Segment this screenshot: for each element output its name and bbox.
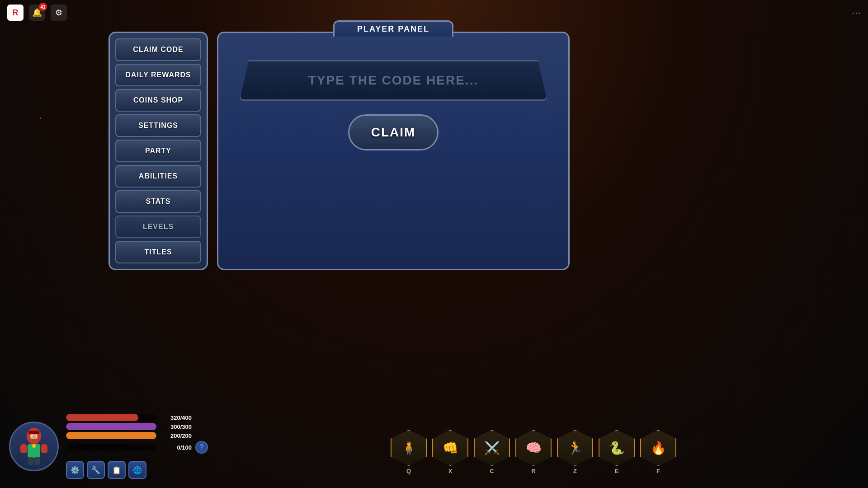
hp-bar-background — [66, 414, 156, 421]
svg-rect-10 — [41, 444, 47, 453]
hp-bar-fill — [66, 414, 138, 421]
notification-button[interactable]: 🔔 41 — [29, 5, 45, 21]
hotbar-hex-z[interactable]: 🏃 — [557, 430, 593, 466]
stamina-bar-fill — [66, 432, 156, 439]
tools-action-button[interactable]: 🔧 — [87, 461, 105, 479]
character-svg — [16, 426, 52, 467]
mp-text: 300/300 — [160, 423, 192, 430]
particle — [40, 117, 41, 119]
topbar-settings-button[interactable]: ⚙ — [51, 5, 67, 21]
mp-bar-background — [66, 423, 156, 430]
hotbar-slot-e: 🐍 E — [599, 430, 635, 474]
hotbar-slot-c: ⚔️ C — [474, 430, 510, 474]
mp-bar-row: 300/300 — [66, 423, 208, 430]
nav-btn-titles[interactable]: TITLES — [115, 241, 201, 263]
svg-rect-11 — [28, 457, 33, 465]
stamina-text: 200/200 — [160, 432, 192, 439]
top-bar-left: R 🔔 41 ⚙ — [7, 5, 67, 21]
stamina-bar-background — [66, 432, 156, 439]
list-action-button[interactable]: 📋 — [108, 461, 126, 479]
code-input-background — [240, 60, 547, 101]
nav-btn-party[interactable]: PARTY — [115, 140, 201, 162]
svg-rect-9 — [20, 444, 27, 453]
avatar-inner — [16, 426, 52, 467]
xp-bar-row: 0/100 ? — [66, 441, 208, 454]
bottom-action-icons: ⚙️ 🔧 📋 🌐 — [66, 461, 208, 479]
stamina-bar-row: 200/200 — [66, 432, 208, 439]
hotbar-icon-e: 🐍 — [609, 441, 625, 455]
hotbar-key-f: F — [656, 468, 660, 474]
hotbar-slot-f: 🔥 F — [640, 430, 676, 474]
hotbar-hex-x[interactable]: 👊 — [432, 430, 468, 466]
hotbar: 🧍 Q 👊 X ⚔️ C 🧠 R — [391, 430, 676, 479]
player-stats: 320/400 300/300 200/200 — [9, 414, 208, 479]
main-ui: CLAIM CODE DAILY REWARDS COINS SHOP SETT… — [108, 32, 570, 270]
nav-btn-settings[interactable]: SETTINGS — [115, 114, 201, 137]
svg-rect-12 — [34, 457, 40, 465]
hotbar-key-c: C — [490, 468, 494, 474]
hotbar-key-r: R — [531, 468, 535, 474]
nav-panel: CLAIM CODE DAILY REWARDS COINS SHOP SETT… — [108, 32, 208, 270]
hotbar-key-x: X — [448, 468, 453, 474]
roblox-logo: R — [7, 5, 24, 21]
hotbar-key-e: E — [615, 468, 619, 474]
player-bottom-section: 320/400 300/300 200/200 — [66, 414, 208, 479]
xp-text: 0/100 — [160, 444, 192, 451]
hotbar-hex-f[interactable]: 🔥 — [640, 430, 676, 466]
hotbar-icon-f: 🔥 — [651, 441, 666, 455]
mp-bar-fill — [66, 423, 156, 430]
top-bar: R 🔔 41 ⚙ ⋯ — [0, 0, 868, 25]
bottom-hud: 320/400 300/300 200/200 — [0, 414, 868, 479]
settings-action-button[interactable]: ⚙️ — [66, 461, 84, 479]
nav-btn-coins-shop[interactable]: COINS SHOP — [115, 89, 201, 112]
hotbar-key-z: Z — [573, 468, 577, 474]
hotbar-icon-z: 🏃 — [567, 441, 583, 455]
hotbar-icon-x: 👊 — [443, 441, 458, 455]
hotbar-hex-q[interactable]: 🧍 — [391, 430, 427, 466]
hotbar-slot-x: 👊 X — [432, 430, 468, 474]
svg-rect-6 — [35, 436, 36, 436]
content-panel: PLAYER PANEL CLAIM — [217, 32, 570, 270]
hotbar-hex-c[interactable]: ⚔️ — [474, 430, 510, 466]
hp-bar-row: 320/400 — [66, 414, 208, 421]
hotbar-slot-z: 🏃 Z — [557, 430, 593, 474]
svg-point-8 — [32, 444, 36, 448]
nav-btn-daily-rewards[interactable]: DAILY REWARDS — [115, 64, 201, 86]
more-options-button[interactable]: ⋯ — [852, 7, 861, 18]
hotbar-hex-e[interactable]: 🐍 — [599, 430, 635, 466]
hotbar-slot-r: 🧠 R — [515, 430, 552, 474]
nav-btn-claim-code[interactable]: CLAIM CODE — [115, 38, 201, 61]
avatar — [9, 422, 59, 471]
hotbar-slot-q: 🧍 Q — [391, 430, 427, 474]
xp-bar-background — [66, 444, 156, 451]
hotbar-icon-c: ⚔️ — [484, 441, 500, 455]
notification-count: 41 — [39, 3, 47, 11]
nav-btn-stats[interactable]: STATS — [115, 190, 201, 213]
claim-button[interactable]: CLAIM — [348, 114, 439, 150]
hotbar-key-q: Q — [406, 468, 411, 474]
code-input[interactable] — [250, 73, 537, 88]
hotbar-icon-q: 🧍 — [401, 441, 417, 455]
hotbar-icon-r: 🧠 — [526, 441, 542, 455]
hotbar-hex-r[interactable]: 🧠 — [515, 430, 552, 466]
svg-rect-5 — [32, 436, 33, 436]
code-input-wrapper — [240, 60, 547, 101]
gear-icon: ⚙ — [55, 8, 62, 18]
world-action-button[interactable]: 🌐 — [128, 461, 146, 479]
code-section: CLAIM — [227, 60, 559, 150]
nav-btn-levels[interactable]: LEVELS — [115, 216, 201, 238]
svg-rect-1 — [28, 431, 39, 434]
question-badge[interactable]: ? — [195, 441, 208, 454]
stats-bars: 320/400 300/300 200/200 — [66, 414, 208, 454]
hp-text: 320/400 — [160, 414, 192, 421]
nav-btn-abilities[interactable]: ABILITIES — [115, 165, 201, 188]
